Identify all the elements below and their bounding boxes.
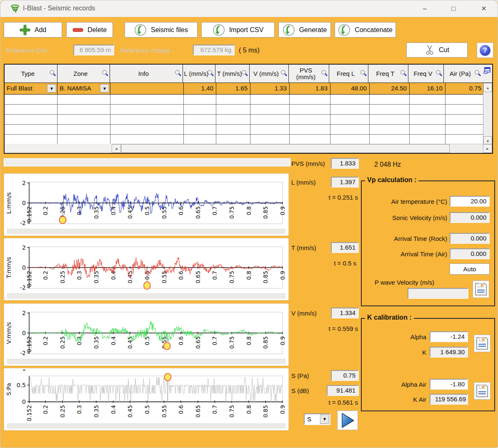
- arrival-air-field[interactable]: 0.000: [450, 248, 490, 259]
- reference-dist-field[interactable]: 6 805.59 m: [73, 45, 114, 55]
- svg-text:0.65: 0.65: [195, 206, 201, 219]
- cell-freq-v[interactable]: 16.10: [410, 83, 445, 94]
- chart-t-plot[interactable]: T:mm/s20-20.1520.20.250.30.350.40.450.50…: [5, 239, 288, 294]
- t-field[interactable]: 1.651: [331, 242, 359, 253]
- s-pa-field[interactable]: 0.75: [331, 370, 359, 381]
- chart-l-plot[interactable]: L:mm/s20-20.1520.20.250.30.350.40.450.50…: [5, 175, 288, 230]
- chart-t-scrollbar[interactable]: [7, 293, 285, 298]
- cell-info[interactable]: [110, 83, 184, 94]
- column-header-info[interactable]: Info: [110, 65, 183, 83]
- sonic-velocity-field[interactable]: 0.000: [450, 212, 490, 223]
- table-row-empty[interactable]: [5, 95, 492, 105]
- cursor-marker[interactable]: [164, 342, 170, 350]
- chevron-down-icon[interactable]: ▼: [320, 415, 329, 424]
- save-pwave-button[interactable]: [473, 280, 489, 298]
- column-header-air[interactable]: Air (Pa): [444, 65, 482, 83]
- cell-v[interactable]: 1.33: [250, 83, 290, 94]
- v-field[interactable]: 1.334: [331, 308, 359, 318]
- k-air-field[interactable]: 119 556.69: [430, 394, 468, 405]
- svg-text:0.5: 0.5: [144, 206, 150, 215]
- search-icon[interactable]: [207, 70, 214, 77]
- cell-type[interactable]: Full Blast▼: [5, 83, 58, 94]
- search-icon[interactable]: [102, 70, 109, 77]
- column-header-t[interactable]: T (mm/s): [215, 65, 250, 83]
- sonic-velocity-label: Sonic Velocity (m/s): [380, 214, 447, 221]
- alpha-air-label: Alpha Air: [360, 381, 426, 388]
- import-csv-button[interactable]: Import CSV: [201, 22, 275, 38]
- table-horizontal-scrollbar[interactable]: ◄ ►: [112, 144, 492, 153]
- column-header-type[interactable]: Type: [5, 65, 58, 83]
- generate-button[interactable]: Generate: [278, 22, 331, 38]
- auto-button[interactable]: Auto: [450, 263, 490, 275]
- save-k-air-button[interactable]: [474, 382, 490, 400]
- k-field[interactable]: 1 649.30: [430, 347, 468, 358]
- column-header-freq-v[interactable]: Freq V: [408, 65, 444, 83]
- arrival-rock-field[interactable]: 0.000: [450, 233, 490, 244]
- search-icon[interactable]: [49, 70, 56, 77]
- column-header-v[interactable]: V (mm/s): [250, 65, 289, 83]
- chart-v-scrollbar[interactable]: [7, 359, 285, 364]
- table-row-empty[interactable]: [5, 135, 492, 145]
- table-row-empty[interactable]: [5, 105, 492, 115]
- table-row-empty[interactable]: [5, 125, 492, 135]
- alpha-field[interactable]: -1.24: [430, 331, 468, 342]
- column-header-zone[interactable]: Zone: [58, 65, 110, 83]
- help-button[interactable]: ?: [477, 43, 493, 58]
- chevron-down-icon[interactable]: ▼: [100, 84, 109, 93]
- cut-button[interactable]: Cut: [406, 43, 468, 58]
- search-icon[interactable]: [321, 70, 328, 77]
- cursor-marker[interactable]: [59, 216, 66, 224]
- cell-freq-l[interactable]: 48.00: [330, 83, 370, 94]
- l-field[interactable]: 1.397: [331, 177, 359, 188]
- delete-button[interactable]: Delete: [66, 22, 113, 38]
- concatenate-button[interactable]: Concatenate: [335, 22, 396, 38]
- cursor-marker[interactable]: [164, 373, 171, 381]
- search-icon[interactable]: [360, 70, 367, 77]
- scroll-left-icon[interactable]: ◄: [112, 144, 121, 153]
- column-header-pvs[interactable]: PVS (mm/s): [289, 65, 330, 83]
- chart-s-plot[interactable]: S:Pa10.500.1520.20.250.30.350.40.450.50.…: [5, 369, 288, 430]
- scroll-up-icon[interactable]: ▲: [483, 83, 492, 92]
- save-k-button[interactable]: [474, 335, 490, 352]
- alpha-air-field[interactable]: -1.80: [430, 379, 468, 390]
- seismic-files-button[interactable]: Seismic files: [125, 22, 198, 38]
- table-row-selected[interactable]: Full Blast▼ B. NAMISA▼ 1.40 1.65 1.33 1.…: [5, 83, 492, 95]
- column-header-freq-l[interactable]: Freq L: [329, 65, 368, 83]
- pvs-field[interactable]: 1.833: [331, 158, 359, 169]
- chart-v-plot[interactable]: V:mm/s20-20.1520.20.250.30.350.40.450.50…: [5, 305, 288, 360]
- chart-s-scrollbar[interactable]: [7, 423, 285, 428]
- chevron-down-icon[interactable]: ▼: [47, 84, 56, 93]
- search-icon[interactable]: [280, 70, 288, 77]
- search-icon[interactable]: [175, 70, 182, 77]
- cell-zone[interactable]: B. NAMISA▼: [58, 83, 110, 94]
- cell-pvs[interactable]: 1.83: [290, 83, 330, 94]
- cursor-marker[interactable]: [144, 282, 150, 289]
- close-button[interactable]: ✕: [474, 2, 493, 15]
- play-button[interactable]: [337, 410, 358, 430]
- cell-air[interactable]: 0.75: [445, 83, 484, 94]
- svg-text:2: 2: [22, 244, 26, 251]
- search-icon[interactable]: [435, 70, 443, 77]
- cell-t[interactable]: 1.65: [216, 83, 250, 94]
- minimize-button[interactable]: –: [415, 2, 434, 15]
- search-icon[interactable]: [474, 70, 481, 77]
- air-temp-field[interactable]: 20.00: [450, 196, 490, 207]
- pwave-field[interactable]: [408, 288, 468, 299]
- table-row-empty[interactable]: [5, 115, 492, 125]
- table-vertical-scrollbar[interactable]: ▲ ▼: [483, 83, 492, 145]
- maximize-button[interactable]: □: [444, 2, 463, 15]
- s-db-field[interactable]: 91.481: [327, 385, 359, 396]
- column-header-freq-t[interactable]: Freq T: [368, 65, 408, 83]
- table-menu-icon[interactable]: [483, 67, 491, 74]
- cell-l[interactable]: 1.40: [184, 83, 216, 94]
- chart-l-scrollbar[interactable]: [7, 229, 285, 234]
- horizontal-scroll-thumb[interactable]: [121, 144, 450, 153]
- channel-select[interactable]: S ▼: [304, 413, 330, 425]
- search-icon[interactable]: [241, 70, 248, 77]
- add-button[interactable]: Add: [4, 22, 62, 38]
- cell-freq-t[interactable]: 24.50: [370, 83, 410, 94]
- column-header-l[interactable]: L (mm/s): [183, 65, 215, 83]
- reference-charge-field[interactable]: 672.579 kg: [193, 45, 235, 55]
- search-icon[interactable]: [400, 70, 407, 77]
- scroll-right-icon[interactable]: ►: [483, 144, 492, 153]
